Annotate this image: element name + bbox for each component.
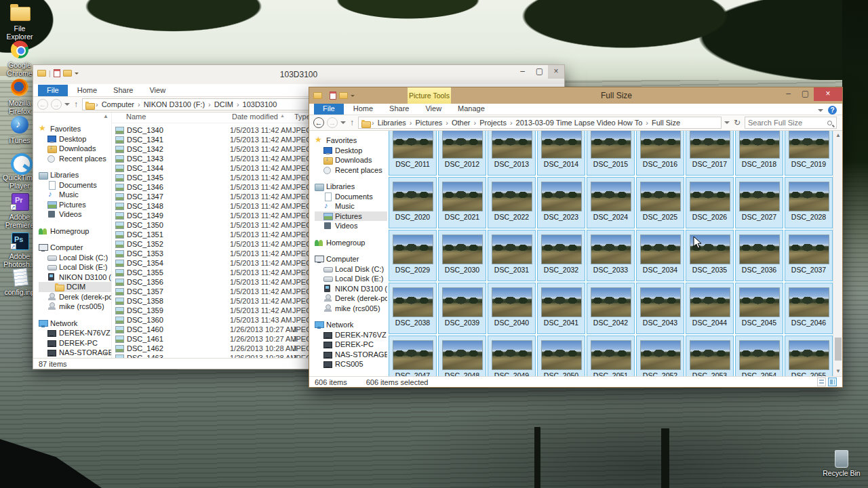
breadcrumb-item-103d3100[interactable]: 103D3100 — [241, 100, 279, 108]
sidebar-item-music[interactable]: Music — [315, 201, 387, 211]
ribbon-tab-file[interactable]: File — [38, 85, 68, 96]
back-nav-back-icon[interactable]: ← — [313, 117, 324, 128]
thumbnail-dsc-2033[interactable]: DSC_2033 — [587, 230, 635, 281]
front-breadcrumb[interactable]: ›Libraries›Pictures›Other›Projects›2013-… — [358, 117, 722, 129]
breadcrumb-item-dcim[interactable]: DCIM — [212, 100, 235, 108]
breadcrumb-item-other[interactable]: Other — [450, 119, 473, 127]
thumbnail-dsc-2046[interactable]: DSC_2046 — [785, 283, 833, 334]
sidebar-item-recent-places[interactable]: Recent places — [39, 154, 111, 164]
thumbnail-dsc-2036[interactable]: DSC_2036 — [735, 230, 783, 281]
sidebar-item-derek-n76vz[interactable]: DEREK-N76VZ — [39, 328, 111, 338]
scroll-up-icon[interactable]: ▲ — [833, 132, 842, 139]
sidebar-item-nas-storage[interactable]: NAS-STORAGE — [39, 348, 111, 358]
thumbnail-dsc-2012[interactable]: DSC_2012 — [438, 131, 486, 176]
scrollbar-thumb[interactable] — [835, 338, 842, 361]
qat-customize-chevron-icon[interactable] — [351, 95, 355, 99]
sidebar-item-desktop[interactable]: Desktop — [315, 146, 387, 156]
thumbnail-dsc-2043[interactable]: DSC_2043 — [636, 283, 684, 334]
thumbnail-dsc-2047[interactable]: DSC_2047 — [389, 336, 437, 376]
page-icon[interactable] — [330, 92, 336, 100]
thumbnail-dsc-2011[interactable]: DSC_2011 — [389, 131, 437, 176]
sidebar-item-local-disk-e[interactable]: Local Disk (E:) — [315, 274, 387, 284]
front-titlebar[interactable]: | Picture Tools Full Size – ▢ × — [309, 87, 842, 104]
sidebar-item-nas-storage[interactable]: NAS-STORAGE — [315, 350, 387, 360]
thumbnail-dsc-2030[interactable]: DSC_2030 — [438, 230, 486, 281]
sidebar-item-derek-n76vz[interactable]: DEREK-N76VZ — [315, 330, 387, 340]
thumbnail-dsc-2017[interactable]: DSC_2017 — [686, 131, 734, 176]
thumbnail-dsc-2026[interactable]: DSC_2026 — [686, 177, 734, 228]
back-nav-forward-icon[interactable]: → — [51, 99, 62, 110]
thumbnail-dsc-2045[interactable]: DSC_2045 — [735, 283, 783, 334]
thumbnail-dsc-2054[interactable]: DSC_2054 — [735, 336, 783, 376]
thumbnail-dsc-2048[interactable]: DSC_2048 — [438, 336, 486, 376]
breadcrumb-item-nikon-d3100-f[interactable]: NIKON D3100 (F:) — [142, 100, 207, 108]
thumbnail-dsc-2032[interactable]: DSC_2032 — [537, 230, 585, 281]
sidebar-item-local-disk-e[interactable]: Local Disk (E:) — [39, 262, 111, 272]
ribbon-tab-home[interactable]: Home — [347, 103, 380, 115]
thumbnail-dsc-2042[interactable]: DSC_2042 — [587, 283, 635, 334]
thumbnail-dsc-2034[interactable]: DSC_2034 — [636, 230, 684, 281]
thumbnail-dsc-2037[interactable]: DSC_2037 — [785, 230, 833, 281]
thumbnail-dsc-2020[interactable]: DSC_2020 — [389, 177, 437, 228]
ribbon-tab-share[interactable]: Share — [382, 103, 416, 115]
help-icon[interactable]: ? — [828, 106, 837, 115]
thumbnail-dsc-2021[interactable]: DSC_2021 — [438, 177, 486, 228]
desktop-icon-recycle-bin[interactable]: Recycle Bin — [822, 450, 861, 477]
search-input[interactable] — [745, 119, 827, 127]
minimize-button[interactable]: – — [514, 65, 531, 79]
thumbnail-dsc-2040[interactable]: DSC_2040 — [488, 283, 536, 334]
sidebar-scroll-up-icon[interactable]: ▲ — [102, 114, 109, 119]
sidebar-item-rcs005[interactable]: RCS005 — [39, 358, 111, 359]
sidebar-item-libraries[interactable]: Libraries — [315, 182, 387, 192]
thumbnail-dsc-2016[interactable]: DSC_2016 — [636, 131, 684, 176]
thumbnail-dsc-2018[interactable]: DSC_2018 — [735, 131, 783, 176]
thumbnail-dsc-2027[interactable]: DSC_2027 — [735, 177, 783, 228]
breadcrumb-item-full-size[interactable]: Full Size — [650, 119, 682, 127]
sidebar-item-homegroup[interactable]: Homegroup — [315, 238, 387, 248]
back-nav-back-icon[interactable]: ← — [37, 99, 48, 110]
thumbnail-dsc-2041[interactable]: DSC_2041 — [537, 283, 585, 334]
thumbnail-dsc-2055[interactable]: DSC_2055 — [785, 336, 833, 376]
maximize-button[interactable]: ▢ — [797, 87, 814, 101]
folder-icon[interactable] — [339, 92, 348, 99]
ribbon-expand-chevron-icon[interactable] — [818, 109, 823, 115]
sidebar-item-downloads[interactable]: Downloads — [39, 144, 111, 154]
back-titlebar[interactable]: | 103D3100 – ▢ × — [33, 65, 564, 84]
minimize-button[interactable]: – — [780, 87, 797, 101]
thumbnail-dsc-2031[interactable]: DSC_2031 — [488, 230, 536, 281]
breadcrumb-item-pictures[interactable]: Pictures — [414, 119, 445, 127]
sidebar-item-rcs005[interactable]: RCS005 — [315, 359, 387, 369]
address-dropdown-chevron-icon[interactable] — [724, 121, 730, 127]
close-button[interactable]: × — [548, 65, 564, 79]
thumbnail-dsc-2025[interactable]: DSC_2025 — [636, 177, 684, 228]
breadcrumb-item-libraries[interactable]: Libraries — [376, 119, 408, 127]
up-arrow-icon[interactable]: ↑ — [73, 100, 79, 109]
thumbnail-dsc-2028[interactable]: DSC_2028 — [785, 177, 833, 228]
thumbnail-dsc-2052[interactable]: DSC_2052 — [636, 336, 684, 376]
back-nav-forward-icon[interactable]: → — [327, 117, 338, 128]
sidebar-item-computer[interactable]: Computer — [315, 254, 387, 264]
column-header-name[interactable]: Name — [126, 113, 232, 123]
sidebar-scroll-down-icon[interactable]: ▼ — [102, 351, 109, 357]
sidebar-item-nikon-d3100-f[interactable]: NIKON D3100 (F:) — [315, 284, 387, 294]
refresh-icon[interactable]: ↻ — [732, 118, 742, 127]
thumbnail-dsc-2044[interactable]: DSC_2044 — [686, 283, 734, 334]
sidebar-item-documents[interactable]: Documents — [39, 180, 111, 190]
thumbnail-dsc-2022[interactable]: DSC_2022 — [488, 177, 536, 228]
thumbnail-dsc-2023[interactable]: DSC_2023 — [537, 177, 585, 228]
thumbnail-dsc-2015[interactable]: DSC_2015 — [587, 131, 635, 176]
sidebar-item-videos[interactable]: Videos — [39, 209, 111, 220]
sidebar-item-derek-derek-pc[interactable]: Derek (derek-pc) — [39, 292, 111, 302]
sidebar-item-libraries[interactable]: Libraries — [39, 170, 111, 180]
thumbnail-dsc-2050[interactable]: DSC_2050 — [537, 336, 585, 376]
sidebar-item-dcim[interactable]: DCIM — [39, 282, 111, 292]
thumbnail-dsc-2019[interactable]: DSC_2019 — [785, 131, 833, 176]
sidebar-item-desktop[interactable]: Desktop — [39, 134, 111, 144]
picture-tools-contextual-tab[interactable]: Picture Tools — [408, 87, 451, 104]
sidebar-item-homegroup[interactable]: Homegroup — [39, 226, 111, 237]
sidebar-item-derek-pc[interactable]: DEREK-PC — [39, 338, 111, 348]
close-button[interactable]: × — [814, 87, 842, 101]
view-thumbnails-icon[interactable] — [828, 378, 837, 386]
sidebar-item-favorites[interactable]: Favorites — [315, 136, 387, 146]
thumbnail-dsc-2039[interactable]: DSC_2039 — [438, 283, 486, 334]
